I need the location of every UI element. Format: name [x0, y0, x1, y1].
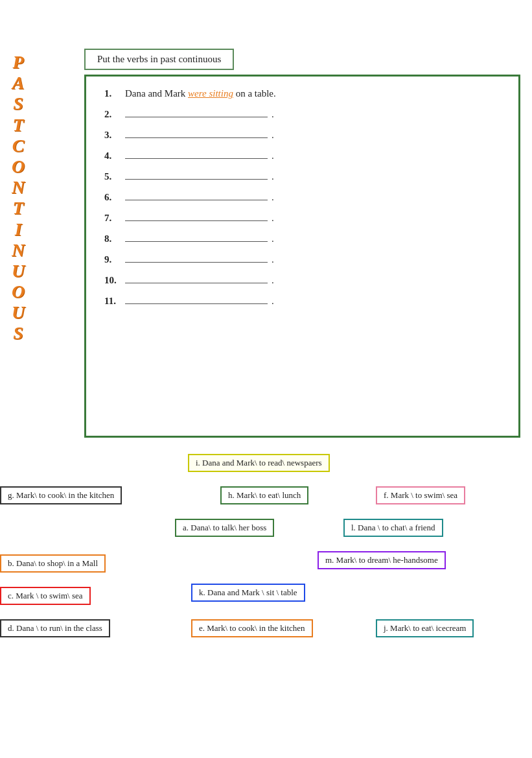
answer-line[interactable]: [125, 189, 268, 200]
answer-line[interactable]: [125, 209, 268, 221]
dot: .: [272, 233, 274, 244]
exercise-item-4: 4..: [104, 147, 500, 161]
exercise-item-2: 2..: [104, 106, 500, 120]
answer-line[interactable]: [125, 147, 268, 159]
title-letter-n: N: [12, 177, 25, 198]
item-num: 2.: [104, 109, 125, 120]
dot: .: [272, 171, 274, 182]
dot: .: [272, 109, 274, 120]
item1-text: Dana and Mark were sitting on a table.: [125, 88, 276, 99]
title-letter-o: O: [12, 281, 25, 302]
title-letter-s: S: [13, 93, 23, 114]
item-num: 6.: [104, 192, 125, 203]
clue-card-j: j. Mark\ to eat\ icecream: [376, 619, 474, 637]
exercise-item-1: 1. Dana and Mark were sitting on a table…: [104, 88, 500, 99]
instruction-box: Put the verbs in past continuous: [84, 49, 234, 70]
clue-card-m: m. Mark\ to dream\ he-handsome: [318, 551, 446, 569]
exercise-item-10: 10..: [104, 272, 500, 286]
title-letter-a: A: [12, 73, 25, 93]
item1-prefix: Dana and Mark: [125, 88, 188, 99]
title-letter-t: T: [13, 115, 24, 136]
answer-line[interactable]: [125, 230, 268, 242]
exercise-item-11: 11..: [104, 292, 500, 307]
instruction-text: Put the verbs in past continuous: [97, 54, 221, 64]
main-exercise-box: 1. Dana and Mark were sitting on a table…: [84, 75, 520, 438]
title-letter-i: I: [15, 219, 22, 240]
title-letter-u: U: [12, 261, 25, 281]
title-letter-p: P: [13, 52, 24, 73]
clue-card-g: g. Mark\ to cook\ in the kitchen: [0, 486, 122, 504]
clue-card-c: c. Mark \ to swim\ sea: [0, 587, 91, 605]
exercise-item-5: 5..: [104, 168, 500, 182]
clue-card-l: l. Dana \ to chat\ a friend: [343, 519, 443, 537]
item-num: 5.: [104, 171, 125, 182]
answer-line[interactable]: [125, 106, 268, 117]
dot: .: [272, 150, 274, 161]
clue-card-a: a. Dana\ to talk\ her boss: [175, 519, 274, 537]
title-letter-n: N: [12, 240, 25, 261]
item-num: 9.: [104, 254, 125, 265]
exercise-item-7: 7..: [104, 209, 500, 224]
clue-card-k: k. Dana and Mark \ sit \ table: [191, 584, 305, 602]
dot: .: [272, 296, 274, 307]
item1-num: 1.: [104, 88, 125, 99]
title-letter-t: T: [13, 198, 24, 219]
clue-card-e: e. Mark\ to cook\ in the kitchen: [191, 619, 313, 637]
item-num: 4.: [104, 150, 125, 161]
item-num: 11.: [104, 296, 125, 307]
title-letter-u: U: [12, 302, 25, 323]
title-letter-o: O: [12, 156, 25, 177]
item-num: 8.: [104, 233, 125, 244]
clue-card-d: d. Dana \ to run\ in the class: [0, 619, 110, 637]
answer-line[interactable]: [125, 126, 268, 138]
vertical-title: PASTCONTINUOUS: [12, 52, 25, 344]
answer-line[interactable]: [125, 168, 268, 180]
exercise-item-9: 9..: [104, 251, 500, 265]
answer-line[interactable]: [125, 251, 268, 263]
title-letter-s: S: [13, 323, 23, 344]
item1-suffix: on a table.: [233, 88, 276, 99]
exercise-item-3: 3..: [104, 126, 500, 141]
item-num: 3.: [104, 130, 125, 141]
clue-card-h: h. Mark\ to eat\ lunch: [220, 486, 308, 504]
item-num: 7.: [104, 213, 125, 224]
exercise-item-8: 8..: [104, 230, 500, 244]
item1-answer: were sitting: [188, 88, 233, 99]
dot: .: [272, 192, 274, 203]
dot: .: [272, 213, 274, 224]
exercise-items-container: 2..3..4..5..6..7..8..9..10..11..: [104, 106, 500, 307]
answer-line[interactable]: [125, 292, 268, 304]
clue-card-i: i. Dana and Mark\ to read\ newspaers: [188, 454, 330, 472]
title-letter-c: C: [12, 136, 25, 156]
answer-line[interactable]: [125, 272, 268, 283]
dot: .: [272, 130, 274, 141]
clue-card-b: b. Dana\ to shop\ in a Mall: [0, 554, 106, 573]
dot: .: [272, 254, 274, 265]
exercise-item-6: 6..: [104, 189, 500, 203]
clue-card-f: f. Mark \ to swim\ sea: [376, 486, 465, 504]
dot: .: [272, 275, 274, 286]
item-num: 10.: [104, 275, 125, 286]
